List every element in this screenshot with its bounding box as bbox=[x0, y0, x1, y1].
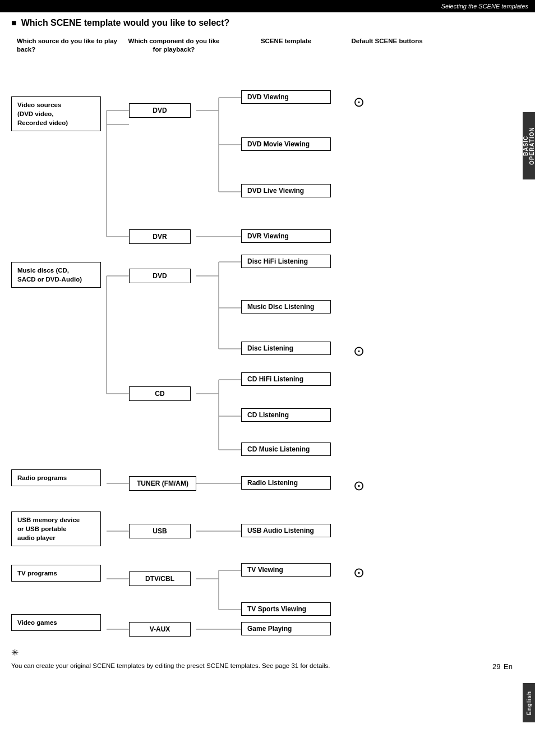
scene-dvd-live: DVD Live Viewing bbox=[241, 184, 331, 197]
comp-cd: CD bbox=[129, 386, 191, 401]
col-header-scene: SCENE template bbox=[224, 37, 348, 54]
column-headers: Which source do you like to play back? W… bbox=[11, 37, 518, 54]
header-label: Selecting the SCENE templates bbox=[441, 3, 528, 10]
scene-disc-listening: Disc Listening bbox=[241, 342, 331, 355]
scene-cd-music: CD Music Listening bbox=[241, 442, 331, 456]
comp-dvd: DVD bbox=[129, 103, 191, 118]
top-header-bar: Selecting the SCENE templates bbox=[0, 0, 535, 12]
scene-tv-sports: TV Sports Viewing bbox=[241, 602, 331, 616]
scene-radio: Radio Listening bbox=[241, 476, 331, 490]
col-header-default: Default SCENE buttons bbox=[348, 37, 426, 54]
tip-symbol: ✳ bbox=[11, 646, 518, 660]
diagram: Video sources(DVD video,Recorded video) … bbox=[11, 57, 426, 635]
source-video: Video sources(DVD video,Recorded video) bbox=[11, 96, 101, 131]
scene-dvd-movie: DVD Movie Viewing bbox=[241, 137, 331, 151]
footer-note: ✳ You can create your original SCENE tem… bbox=[11, 646, 518, 671]
source-tv: TV programs bbox=[11, 565, 101, 582]
scene-disc-hifi: Disc HiFi Listening bbox=[241, 255, 331, 268]
icon-dvd-viewing: ⊙ bbox=[353, 94, 365, 110]
scene-game-playing: Game Playing bbox=[241, 622, 331, 635]
icon-radio-listening: ⊙ bbox=[353, 478, 365, 494]
source-usb: USB memory deviceor USB portableaudio pl… bbox=[11, 511, 101, 546]
comp-dvd2: DVD bbox=[129, 269, 191, 283]
scene-dvd-viewing: DVD Viewing bbox=[241, 90, 331, 104]
page-number: 29 En bbox=[492, 659, 513, 672]
source-games: Video games bbox=[11, 614, 101, 631]
source-music: Music discs (CD,SACD or DVD-Audio) bbox=[11, 262, 101, 288]
source-radio: Radio programs bbox=[11, 469, 101, 486]
icon-tv-viewing: ⊙ bbox=[353, 565, 365, 580]
footer-text: You can create your original SCENE templ… bbox=[11, 662, 330, 669]
scene-dvr-viewing: DVR Viewing bbox=[241, 229, 331, 243]
comp-dtvcbl: DTV/CBL bbox=[129, 571, 191, 586]
scene-cd-hifi: CD HiFi Listening bbox=[241, 372, 331, 386]
comp-dvr: DVR bbox=[129, 229, 191, 244]
english-tab: English bbox=[523, 683, 535, 722]
scene-cd-listening: CD Listening bbox=[241, 408, 331, 422]
main-content: Which SCENE template would you like to s… bbox=[0, 12, 535, 682]
comp-vaux: V-AUX bbox=[129, 622, 191, 637]
section-title: Which SCENE template would you like to s… bbox=[11, 18, 518, 28]
col-header-source: Which source do you like to play back? bbox=[17, 37, 123, 54]
scene-tv-viewing: TV Viewing bbox=[241, 563, 331, 577]
col-header-component: Which component do you like for playback… bbox=[123, 37, 224, 54]
scene-music-disc: Music Disc Listening bbox=[241, 300, 331, 314]
comp-usb: USB bbox=[129, 524, 191, 538]
comp-tuner: TUNER (FM/AM) bbox=[129, 476, 196, 491]
icon-disc-listening: ⊙ bbox=[353, 343, 365, 359]
scene-usb-audio: USB Audio Listening bbox=[241, 524, 331, 537]
